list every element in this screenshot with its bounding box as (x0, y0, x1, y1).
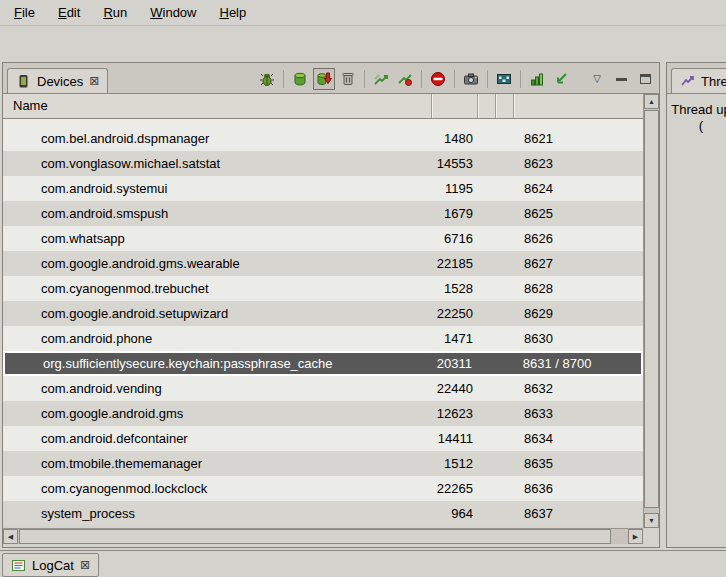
tab-devices[interactable]: Devices ⊠ (7, 68, 108, 93)
menu-window[interactable]: Window (140, 1, 206, 24)
device-table-body: com.bel.android.dspmanager 1480 8621 com… (3, 119, 643, 528)
process-name: com.android.systemui (3, 181, 433, 196)
devices-tabstrip: Devices ⊠ (3, 63, 659, 94)
process-pid: 1679 (433, 206, 480, 221)
table-row[interactable]: com.google.android.setupwizard 22250 862… (3, 301, 643, 326)
table-row[interactable]: com.tmobile.thememanager 1512 8635 (3, 451, 643, 476)
arrow-down-icon: ▼ (648, 517, 655, 524)
table-row[interactable]: com.cyanogenmod.trebuchet 1528 8628 (3, 276, 643, 301)
devices-toolbar: ▽ (256, 66, 656, 92)
threads-message: Thread up ( (667, 94, 726, 134)
threads-tabstrip: Threads (667, 63, 726, 94)
menubar: File Edit Run Window Help (0, 0, 726, 26)
process-pid: 1512 (433, 456, 480, 471)
arrow-left-icon: ◀ (8, 533, 13, 540)
process-port: 8632 (514, 381, 643, 396)
screen-capture-icon[interactable] (460, 68, 482, 90)
cause-gc-icon[interactable] (337, 68, 359, 90)
screen-record-icon[interactable] (493, 68, 515, 90)
close-icon[interactable]: ⊠ (80, 559, 90, 571)
process-name: com.google.android.gms.wearable (3, 256, 433, 271)
threads-icon (680, 74, 695, 89)
process-name: org.sufficientlysecure.keychain:passphra… (5, 356, 432, 371)
process-pid: 20311 (432, 356, 479, 371)
process-pid: 22185 (433, 256, 480, 271)
process-name: com.android.phone (3, 331, 433, 346)
process-pid: 22265 (433, 481, 480, 496)
table-row[interactable]: com.android.phone 1471 8630 (3, 326, 643, 351)
menu-edit[interactable]: Edit (48, 1, 90, 24)
hierarchy-view-icon[interactable] (550, 68, 572, 90)
close-icon[interactable]: ⊠ (89, 75, 99, 87)
process-name: com.cyanogenmod.trebuchet (3, 281, 433, 296)
table-row[interactable]: com.android.vending 22440 8632 (3, 376, 643, 401)
table-row[interactable]: org.sufficientlysecure.keychain:passphra… (3, 351, 643, 376)
view-menu-icon[interactable]: ▽ (586, 68, 608, 90)
column-header-port[interactable] (514, 94, 643, 118)
process-port: 8627 (514, 256, 643, 271)
process-pid: 1471 (433, 331, 480, 346)
column-header-name[interactable]: Name (3, 94, 432, 118)
table-row[interactable]: com.google.android.gms.wearable 22185 86… (3, 251, 643, 276)
tab-logcat-label: LogCat (32, 558, 74, 573)
vertical-scroll-thumb[interactable] (644, 110, 659, 508)
process-name: com.google.android.gms (3, 406, 433, 421)
process-pid: 6716 (433, 231, 480, 246)
table-row[interactable]: com.cyanogenmod.lockclock 22265 8636 (3, 476, 643, 501)
process-name: com.whatsapp (3, 231, 433, 246)
table-row[interactable]: com.vonglasow.michael.satstat 14553 8623 (3, 151, 643, 176)
update-threads-icon[interactable] (370, 68, 392, 90)
stop-process-icon[interactable] (427, 68, 449, 90)
arrow-right-icon: ▶ (633, 533, 638, 540)
menu-file[interactable]: File (4, 1, 45, 24)
menu-help[interactable]: Help (209, 1, 256, 24)
process-pid: 22250 (433, 306, 480, 321)
update-heap-icon[interactable] (289, 68, 311, 90)
horizontal-scrollbar[interactable]: ◀ ▶ (3, 528, 643, 544)
process-port: 8637 (514, 506, 643, 521)
table-row[interactable]: com.bel.android.dspmanager 1480 8621 (3, 126, 643, 151)
start-method-profiling-icon[interactable] (394, 68, 416, 90)
table-row[interactable]: com.android.systemui 1195 8624 (3, 176, 643, 201)
logcat-icon (11, 558, 26, 573)
system-information-icon[interactable] (526, 68, 548, 90)
table-row[interactable]: com.android.smspush 1679 8625 (3, 201, 643, 226)
dump-hprof-icon[interactable] (313, 68, 335, 90)
threads-view: Threads Thread up ( (666, 62, 726, 548)
table-row[interactable]: com.google.android.gms 12623 8633 (3, 401, 643, 426)
minimize-icon[interactable] (610, 68, 632, 90)
process-name: com.bel.android.dspmanager (3, 131, 433, 146)
toolbar-separator (454, 70, 455, 88)
threads-message-line2: ( (667, 118, 726, 134)
process-pid: 1195 (433, 181, 480, 196)
tab-logcat[interactable]: LogCat ⊠ (2, 553, 99, 577)
process-port: 8634 (514, 431, 643, 446)
horizontal-scroll-thumb[interactable] (19, 529, 611, 544)
tab-threads[interactable]: Threads (671, 68, 726, 93)
vertical-scrollbar[interactable]: ▲ ▼ (643, 94, 659, 528)
process-name: com.tmobile.thememanager (3, 456, 433, 471)
scroll-down-button[interactable]: ▼ (644, 513, 659, 528)
scroll-left-button[interactable]: ◀ (3, 529, 18, 544)
maximize-icon[interactable] (634, 68, 656, 90)
scroll-right-button[interactable]: ▶ (628, 529, 643, 544)
column-header-4[interactable] (496, 94, 514, 118)
process-name: com.google.android.setupwizard (3, 306, 433, 321)
scroll-up-button[interactable]: ▲ (644, 94, 659, 109)
arrow-up-icon: ▲ (648, 98, 655, 105)
process-port: 8625 (514, 206, 643, 221)
process-port: 8635 (514, 456, 643, 471)
menu-run[interactable]: Run (93, 1, 137, 24)
tab-devices-label: Devices (37, 74, 83, 89)
process-name: com.android.defcontainer (3, 431, 433, 446)
process-port: 8630 (514, 331, 643, 346)
table-row[interactable]: system_process 964 8637 (3, 501, 643, 526)
process-pid: 14553 (433, 156, 480, 171)
table-row[interactable]: com.android.defcontainer 14411 8634 (3, 426, 643, 451)
toolbar-separator (283, 70, 284, 88)
column-header-pid[interactable] (432, 94, 479, 118)
debug-process-icon[interactable] (256, 68, 278, 90)
toolbar-separator (520, 70, 521, 88)
table-row[interactable]: com.whatsapp 6716 8626 (3, 226, 643, 251)
column-header-3[interactable] (478, 94, 496, 118)
